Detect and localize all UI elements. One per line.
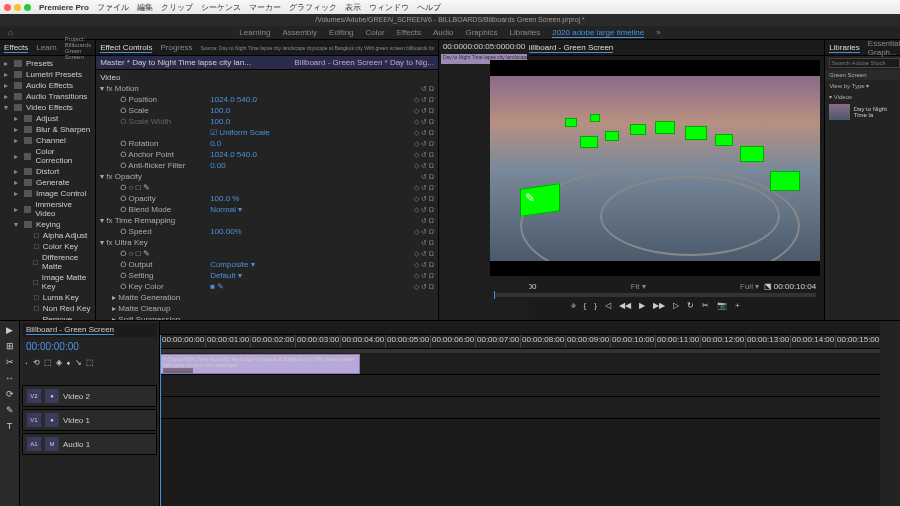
- ec-property[interactable]: ☑ Uniform Scale◇ ↺ Ω: [96, 127, 438, 138]
- menu-marker[interactable]: マーカー: [249, 2, 281, 13]
- library-name[interactable]: Green Screen: [825, 70, 900, 80]
- ec-property[interactable]: Ö Anchor Point1024.0 540.0◇ ↺ Ω: [96, 149, 438, 160]
- ec-property[interactable]: ▸ Matte Generation: [96, 292, 438, 303]
- tab-effect-controls[interactable]: Effect Controls: [100, 43, 152, 53]
- ws-overflow-icon[interactable]: »: [656, 28, 660, 37]
- min-dot[interactable]: [14, 4, 21, 11]
- tree-item[interactable]: ▸Presets: [0, 58, 95, 69]
- transport-button[interactable]: ↻: [687, 301, 694, 310]
- tab-progress[interactable]: Progress: [160, 43, 192, 52]
- ec-property[interactable]: ▸ Matte Cleanup: [96, 303, 438, 314]
- library-group[interactable]: ▾ Videos: [825, 91, 900, 102]
- ec-property[interactable]: ▾ fx Ultra Key↺ Ω: [96, 237, 438, 248]
- menu-clip[interactable]: クリップ: [161, 2, 193, 13]
- timeline-opt[interactable]: ↘: [75, 358, 82, 367]
- transport-button[interactable]: ▷: [673, 301, 679, 310]
- ec-property[interactable]: Ö Scale100.0◇ ↺ Ω: [96, 105, 438, 116]
- program-zoom-dropdown[interactable]: Full ▾: [740, 282, 759, 291]
- sequence-tab[interactable]: Billboard - Green Screen: [26, 325, 114, 335]
- transport-button[interactable]: 📷: [717, 301, 727, 310]
- timeline-opt[interactable]: ⬚: [86, 358, 94, 367]
- timeline-track[interactable]: [160, 375, 880, 397]
- tool-button[interactable]: T: [7, 421, 13, 431]
- ws-audio[interactable]: Audio: [433, 28, 453, 37]
- tree-item[interactable]: ▾Keying: [0, 219, 95, 230]
- transport-button[interactable]: ✂: [702, 301, 709, 310]
- ws-custom[interactable]: 2020 adobe large timeline: [552, 28, 644, 38]
- ws-graphics[interactable]: Graphics: [465, 28, 497, 37]
- ec-property[interactable]: Ö Rotation0.0◇ ↺ Ω: [96, 138, 438, 149]
- tree-item[interactable]: □Non Red Key: [0, 303, 95, 314]
- ws-effects[interactable]: Effects: [397, 28, 421, 37]
- ec-property[interactable]: Ö OutputComposite ▾◇ ↺ Ω: [96, 259, 438, 270]
- ec-property[interactable]: Ö ○ □ ✎◇ ↺ Ω: [96, 248, 438, 259]
- timeline-track[interactable]: fx Day to Night Time lapse city landscap…: [160, 353, 880, 375]
- tool-button[interactable]: ⊞: [6, 341, 14, 351]
- transport-button[interactable]: ⎆: [571, 301, 576, 310]
- ec-property[interactable]: Ö SettingDefault ▾◇ ↺ Ω: [96, 270, 438, 281]
- timeline-clip[interactable]: fx Day to Night Time lapse city landscap…: [160, 354, 360, 374]
- timeline-timecode[interactable]: 00:00:00:00: [22, 337, 157, 356]
- tree-item[interactable]: ▸Generate: [0, 177, 95, 188]
- tree-item[interactable]: ▸Audio Transitions: [0, 91, 95, 102]
- tab-libraries[interactable]: Libraries: [829, 43, 860, 53]
- library-item-label[interactable]: Day to Night Time la: [854, 106, 900, 118]
- timeline-area[interactable]: 00:00:00:0000:00:01:0000:00:02:0000:00:0…: [160, 321, 880, 506]
- menu-file[interactable]: ファイル: [97, 2, 129, 13]
- menu-help[interactable]: ヘルプ: [417, 2, 441, 13]
- ec-property[interactable]: ▾ fx Opacity↺ Ω: [96, 171, 438, 182]
- track-header[interactable]: A1MAudio 1: [22, 433, 157, 455]
- track-header[interactable]: V1●Video 1: [22, 409, 157, 431]
- timeline-ruler[interactable]: 00:00:00:0000:00:01:0000:00:02:0000:00:0…: [160, 335, 880, 349]
- tree-item[interactable]: ▸Distort: [0, 166, 95, 177]
- transport-button[interactable]: ◁: [605, 301, 611, 310]
- ec-property[interactable]: Ö Blend ModeNormal ▾◇ ↺ Ω: [96, 204, 438, 215]
- ec-property[interactable]: Ö Key Color■ ✎◇ ↺ Ω: [96, 281, 438, 292]
- ec-property[interactable]: Ö Anti-flicker Filter0.00◇ ↺ Ω: [96, 160, 438, 171]
- tool-button[interactable]: ▶: [6, 325, 13, 335]
- ws-libraries[interactable]: Libraries: [510, 28, 541, 37]
- ec-property[interactable]: ▸ Spill Suppression: [96, 314, 438, 320]
- menu-edit[interactable]: 編集: [137, 2, 153, 13]
- tab-learn[interactable]: Learn: [36, 43, 56, 52]
- transport-button[interactable]: }: [594, 301, 597, 310]
- tree-item[interactable]: □Alpha Adjust: [0, 230, 95, 241]
- timeline-opt[interactable]: ◈: [56, 358, 62, 367]
- tree-item[interactable]: □Luma Key: [0, 292, 95, 303]
- library-thumb[interactable]: [829, 104, 850, 120]
- transport-button[interactable]: ▶▶: [653, 301, 665, 310]
- tool-button[interactable]: ✎: [6, 405, 14, 415]
- tree-item[interactable]: □Image Matte Key: [0, 272, 95, 292]
- ws-color[interactable]: Color: [366, 28, 385, 37]
- tree-item[interactable]: ▸Adjust: [0, 113, 95, 124]
- menu-view[interactable]: 表示: [345, 2, 361, 13]
- playhead[interactable]: [160, 335, 161, 506]
- ec-property[interactable]: Ö ○ □ ✎◇ ↺ Ω: [96, 182, 438, 193]
- ws-learning[interactable]: Learning: [239, 28, 270, 37]
- track-header[interactable]: V2●Video 2: [22, 385, 157, 407]
- timeline-opt[interactable]: ⬥: [66, 358, 71, 367]
- transport-button[interactable]: ◀◀: [619, 301, 631, 310]
- tree-item[interactable]: ▸Lumetri Presets: [0, 69, 95, 80]
- tree-item[interactable]: ▸Immersive Video: [0, 199, 95, 219]
- library-view-dropdown[interactable]: View by Type ▾: [825, 80, 900, 91]
- ec-property[interactable]: Ö Scale Width100.0◇ ↺ Ω: [96, 116, 438, 127]
- stock-search-input[interactable]: [829, 58, 900, 68]
- ec-property[interactable]: ▾ fx Time Remapping↺ Ω: [96, 215, 438, 226]
- tree-item[interactable]: ▸Color Correction: [0, 146, 95, 166]
- program-viewport[interactable]: ✎: [490, 60, 820, 276]
- menu-graphic[interactable]: グラフィック: [289, 2, 337, 13]
- menu-window[interactable]: ウィンドウ: [369, 2, 409, 13]
- ec-property[interactable]: Video: [96, 72, 438, 83]
- timeline-opt[interactable]: ⟲: [33, 358, 40, 367]
- tree-item[interactable]: ▾Video Effects: [0, 102, 95, 113]
- tree-item[interactable]: ▸Image Control: [0, 188, 95, 199]
- tree-item[interactable]: ▸Channel: [0, 135, 95, 146]
- tool-button[interactable]: ⟳: [6, 389, 14, 399]
- ec-property[interactable]: Ö Opacity100.0 %◇ ↺ Ω: [96, 193, 438, 204]
- tab-essential-graphics[interactable]: Essential Graph...: [868, 39, 900, 57]
- tree-item[interactable]: ▸Blur & Sharpen: [0, 124, 95, 135]
- close-dot[interactable]: [4, 4, 11, 11]
- transport-button[interactable]: +: [735, 301, 740, 310]
- tree-item[interactable]: □Difference Matte: [0, 252, 95, 272]
